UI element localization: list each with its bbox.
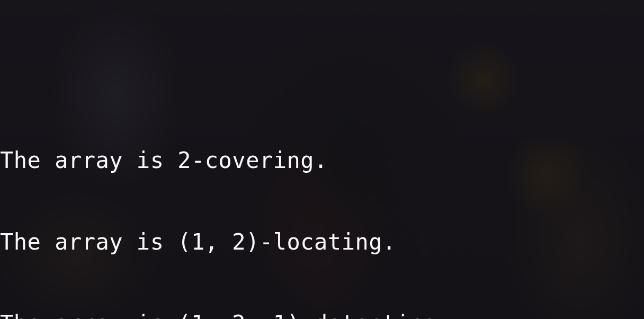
output-line: The array is 2-covering. [0,147,519,174]
output-line: The array is (1, 2, 1)-detecting. [0,310,519,319]
output-line: The array is (1, 2)-locating. [0,228,519,255]
terminal-output: The array is 2-covering. The array is (1… [0,93,519,319]
